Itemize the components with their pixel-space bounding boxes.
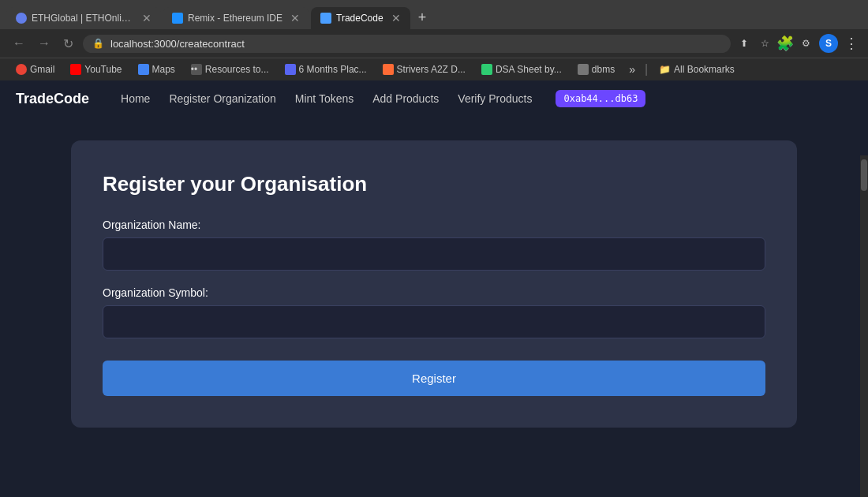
- all-bookmarks-label: All Bookmarks: [674, 64, 735, 75]
- nav-add-products[interactable]: Add Products: [372, 92, 439, 105]
- bookmark-strivers[interactable]: Strivers A2Z D...: [376, 62, 472, 77]
- bookmark-youtube[interactable]: YouTube: [64, 62, 128, 77]
- address-bar: ← → ↻ 🔒 localhost:3000/createcontract ⬆ …: [0, 29, 868, 58]
- bookmark-dbms-label: dbms: [592, 64, 615, 75]
- toolbar-icons: ⬆ ☆ 🧩 ⚙ S ⋮: [737, 34, 859, 53]
- extensions-icon[interactable]: 🧩: [778, 36, 792, 50]
- nav-verify-products[interactable]: Verify Products: [458, 92, 532, 105]
- tab-remix[interactable]: Remix - Ethereum IDE ✕: [163, 7, 309, 29]
- tab-tradecode-close[interactable]: ✕: [391, 12, 401, 24]
- nav-home[interactable]: Home: [121, 92, 150, 105]
- dbms-favicon: [578, 64, 589, 75]
- gmail-favicon: [16, 64, 27, 75]
- bookmark-dbms[interactable]: dbms: [571, 62, 621, 77]
- bookmark-maps[interactable]: Maps: [132, 62, 181, 77]
- menu-icon[interactable]: ⋮: [844, 35, 859, 52]
- bookmarks-bar: Gmail YouTube Maps •• Resources to... 6 …: [0, 58, 868, 80]
- folder-icon: 📁: [659, 64, 671, 75]
- nav-mint-tokens[interactable]: Mint Tokens: [295, 92, 354, 105]
- tab-remix-close[interactable]: ✕: [290, 12, 300, 24]
- remix-favicon: [172, 13, 183, 24]
- url-bar[interactable]: 🔒 localhost:3000/createcontract: [83, 35, 731, 53]
- app-brand: TradeCode: [16, 91, 89, 107]
- main-area: Register your Organisation Organization …: [0, 117, 868, 451]
- bookmark-dsa[interactable]: DSA Sheet by...: [475, 62, 568, 77]
- all-bookmarks-button[interactable]: 📁 All Bookmarks: [653, 62, 741, 77]
- bookmarks-separator: |: [645, 62, 648, 77]
- bookmark-strivers-label: Strivers A2Z D...: [397, 64, 466, 75]
- profile-avatar[interactable]: S: [819, 34, 838, 53]
- bookmark-resources[interactable]: •• Resources to...: [185, 62, 275, 77]
- reload-button[interactable]: ↻: [60, 35, 77, 53]
- back-button[interactable]: ←: [9, 35, 28, 52]
- org-name-group: Organization Name:: [103, 219, 765, 271]
- tab-eth-label: ETHGlobal | ETHOnline 2...: [32, 13, 134, 24]
- 6months-favicon: [285, 64, 296, 75]
- register-form-card: Register your Organisation Organization …: [71, 140, 797, 428]
- share-icon[interactable]: ⬆: [737, 36, 751, 50]
- app-nav: TradeCode Home Register Organization Min…: [0, 80, 868, 117]
- eth-favicon: [16, 13, 27, 24]
- lock-icon: 🔒: [92, 38, 104, 49]
- bookmark-gmail[interactable]: Gmail: [9, 62, 61, 77]
- org-name-label: Organization Name:: [103, 219, 765, 231]
- org-symbol-input[interactable]: [103, 305, 765, 338]
- bookmarks-more-button[interactable]: »: [624, 62, 640, 77]
- forward-button[interactable]: →: [35, 35, 54, 52]
- org-symbol-group: Organization Symbol:: [103, 286, 765, 338]
- bookmark-icon[interactable]: ☆: [758, 36, 772, 50]
- bookmark-maps-label: Maps: [152, 64, 175, 75]
- form-title: Register your Organisation: [103, 172, 765, 196]
- bookmark-youtube-label: YouTube: [84, 64, 122, 75]
- tradecode-favicon: [320, 13, 331, 24]
- org-name-input[interactable]: [103, 237, 765, 271]
- strivers-favicon: [383, 64, 394, 75]
- register-button[interactable]: Register: [103, 361, 765, 396]
- tab-tradecode-label: TradeCode: [336, 13, 383, 24]
- scrollbar[interactable]: [860, 155, 868, 497]
- bookmark-6months[interactable]: 6 Months Plac...: [279, 62, 373, 77]
- app-content: TradeCode Home Register Organization Min…: [0, 80, 868, 497]
- browser-chrome: ETHGlobal | ETHOnline 2... ✕ Remix - Eth…: [0, 0, 868, 80]
- puzzle-icon[interactable]: ⚙: [799, 36, 813, 50]
- tab-eth[interactable]: ETHGlobal | ETHOnline 2... ✕: [6, 7, 161, 29]
- nav-register-org[interactable]: Register Organization: [169, 92, 275, 105]
- url-text: localhost:3000/createcontract: [110, 38, 721, 50]
- tab-bar: ETHGlobal | ETHOnline 2... ✕ Remix - Eth…: [0, 0, 868, 29]
- bookmark-6months-label: 6 Months Plac...: [299, 64, 367, 75]
- tab-remix-label: Remix - Ethereum IDE: [188, 13, 282, 24]
- nav-links: Home Register Organization Mint Tokens A…: [121, 92, 532, 105]
- tab-tradecode[interactable]: TradeCode ✕: [311, 7, 410, 29]
- bookmark-gmail-label: Gmail: [30, 64, 54, 75]
- youtube-favicon: [70, 64, 81, 75]
- new-tab-button[interactable]: +: [412, 6, 433, 29]
- resources-favicon: ••: [191, 64, 202, 75]
- org-symbol-label: Organization Symbol:: [103, 286, 765, 299]
- scrollbar-thumb[interactable]: [861, 159, 867, 191]
- bookmark-resources-label: Resources to...: [205, 64, 269, 75]
- bookmark-dsa-label: DSA Sheet by...: [496, 64, 562, 75]
- tab-eth-close[interactable]: ✕: [142, 12, 152, 24]
- dsa-favicon: [481, 64, 492, 75]
- wallet-badge[interactable]: 0xab44...db63: [556, 90, 645, 107]
- maps-favicon: [138, 64, 149, 75]
